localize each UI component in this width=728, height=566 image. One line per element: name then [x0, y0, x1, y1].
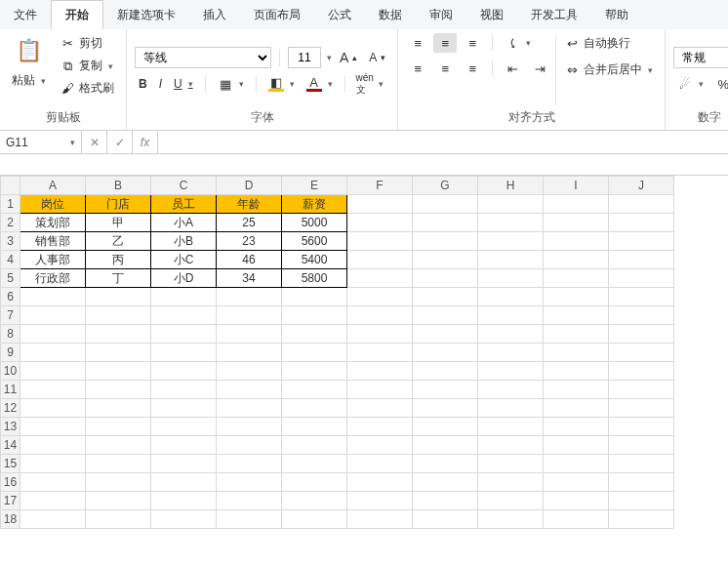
- cell-B7[interactable]: [86, 306, 151, 325]
- tab-dev[interactable]: 开发工具: [517, 1, 591, 29]
- cell-G4[interactable]: [413, 251, 478, 269]
- cell-A1[interactable]: 岗位: [20, 195, 86, 214]
- cell-D14[interactable]: [217, 436, 282, 455]
- row-header-2[interactable]: 2: [1, 214, 20, 232]
- cell-B6[interactable]: [86, 288, 151, 306]
- cell-B17[interactable]: [86, 492, 151, 510]
- row-header-13[interactable]: 13: [1, 418, 20, 436]
- cell-E1[interactable]: 薪资: [282, 195, 347, 214]
- cell-A15[interactable]: [20, 455, 86, 473]
- orientation-button[interactable]: ⤹▾: [501, 33, 535, 53]
- cell-E17[interactable]: [282, 492, 347, 510]
- cell-H10[interactable]: [478, 362, 544, 381]
- paste-button[interactable]: 粘贴▾: [8, 70, 50, 91]
- row-header-17[interactable]: 17: [1, 492, 20, 510]
- cell-B5[interactable]: 丁: [86, 269, 151, 288]
- cell-G2[interactable]: [413, 214, 478, 232]
- cell-I10[interactable]: [544, 362, 609, 381]
- cell-F7[interactable]: [347, 306, 413, 325]
- cell-J10[interactable]: [609, 362, 674, 381]
- cell-H12[interactable]: [478, 399, 544, 418]
- cell-G5[interactable]: [413, 269, 478, 288]
- cell-H3[interactable]: [478, 232, 544, 251]
- cell-I14[interactable]: [544, 436, 609, 455]
- cell-F8[interactable]: [347, 325, 413, 344]
- tab-help[interactable]: 帮助: [591, 1, 642, 29]
- row-header-9[interactable]: 9: [1, 344, 20, 362]
- col-header-F[interactable]: F: [347, 177, 413, 195]
- cell-H15[interactable]: [478, 455, 544, 473]
- cell-I15[interactable]: [544, 455, 609, 473]
- cell-I11[interactable]: [544, 381, 609, 399]
- cell-H8[interactable]: [478, 325, 544, 344]
- cell-J6[interactable]: [609, 288, 674, 306]
- cell-D10[interactable]: [217, 362, 282, 381]
- cell-A2[interactable]: 策划部: [20, 214, 86, 232]
- cell-J4[interactable]: [609, 251, 674, 269]
- row-header-5[interactable]: 5: [1, 269, 20, 288]
- row-header-15[interactable]: 15: [1, 455, 20, 473]
- cell-D15[interactable]: [217, 455, 282, 473]
- row-header-18[interactable]: 18: [1, 510, 20, 529]
- cell-I3[interactable]: [544, 232, 609, 251]
- cell-A9[interactable]: [20, 344, 86, 362]
- percent-button[interactable]: %: [711, 74, 728, 94]
- cell-F13[interactable]: [347, 418, 413, 436]
- cell-A18[interactable]: [20, 510, 86, 529]
- cell-G8[interactable]: [413, 325, 478, 344]
- cell-J12[interactable]: [609, 399, 674, 418]
- cell-C9[interactable]: [151, 344, 217, 362]
- cell-G11[interactable]: [413, 381, 478, 399]
- tab-view[interactable]: 视图: [466, 1, 517, 29]
- cell-D4[interactable]: 46: [217, 251, 282, 269]
- row-header-6[interactable]: 6: [1, 288, 20, 306]
- cell-D3[interactable]: 23: [217, 232, 282, 251]
- cell-G13[interactable]: [413, 418, 478, 436]
- cell-J8[interactable]: [609, 325, 674, 344]
- cell-E9[interactable]: [282, 344, 347, 362]
- cell-A10[interactable]: [20, 362, 86, 381]
- merge-center-button[interactable]: ⇔合并后居中▾: [560, 60, 657, 80]
- number-format-select[interactable]: 常规: [673, 47, 728, 68]
- cell-F10[interactable]: [347, 362, 413, 381]
- align-top-button[interactable]: ≡: [406, 33, 429, 53]
- cell-J9[interactable]: [609, 344, 674, 362]
- cell-A14[interactable]: [20, 436, 86, 455]
- cell-F15[interactable]: [347, 455, 413, 473]
- row-header-12[interactable]: 12: [1, 399, 20, 418]
- cell-B9[interactable]: [86, 344, 151, 362]
- cell-H11[interactable]: [478, 381, 544, 399]
- formula-input[interactable]: [158, 131, 728, 153]
- col-header-G[interactable]: G: [413, 177, 478, 195]
- fx-button[interactable]: fx: [133, 131, 158, 153]
- cell-F11[interactable]: [347, 381, 413, 399]
- cell-D7[interactable]: [217, 306, 282, 325]
- cell-E12[interactable]: [282, 399, 347, 418]
- indent-inc-button[interactable]: ⇥: [528, 59, 551, 78]
- cell-A5[interactable]: 行政部: [20, 269, 86, 288]
- cell-G15[interactable]: [413, 455, 478, 473]
- cell-H1[interactable]: [478, 195, 544, 214]
- cell-I6[interactable]: [544, 288, 609, 306]
- row-header-11[interactable]: 11: [1, 381, 20, 399]
- cell-D13[interactable]: [217, 418, 282, 436]
- align-center-button[interactable]: ≡: [433, 59, 457, 78]
- cell-G3[interactable]: [413, 232, 478, 251]
- row-header-4[interactable]: 4: [1, 251, 20, 269]
- cell-J18[interactable]: [609, 510, 674, 529]
- bold-button[interactable]: B: [135, 75, 151, 93]
- col-header-H[interactable]: H: [478, 177, 544, 195]
- cell-H14[interactable]: [478, 436, 544, 455]
- chevron-down-icon[interactable]: ▾: [327, 53, 332, 62]
- cell-C4[interactable]: 小C: [151, 251, 217, 269]
- cell-C15[interactable]: [151, 455, 217, 473]
- align-middle-button[interactable]: ≡: [433, 33, 457, 53]
- cell-A8[interactable]: [20, 325, 86, 344]
- cell-E2[interactable]: 5000: [282, 214, 347, 232]
- cell-C13[interactable]: [151, 418, 217, 436]
- underline-button[interactable]: U▾: [170, 75, 197, 93]
- row-header-3[interactable]: 3: [1, 232, 20, 251]
- cell-E4[interactable]: 5400: [282, 251, 347, 269]
- cell-A12[interactable]: [20, 399, 86, 418]
- cell-F6[interactable]: [347, 288, 413, 306]
